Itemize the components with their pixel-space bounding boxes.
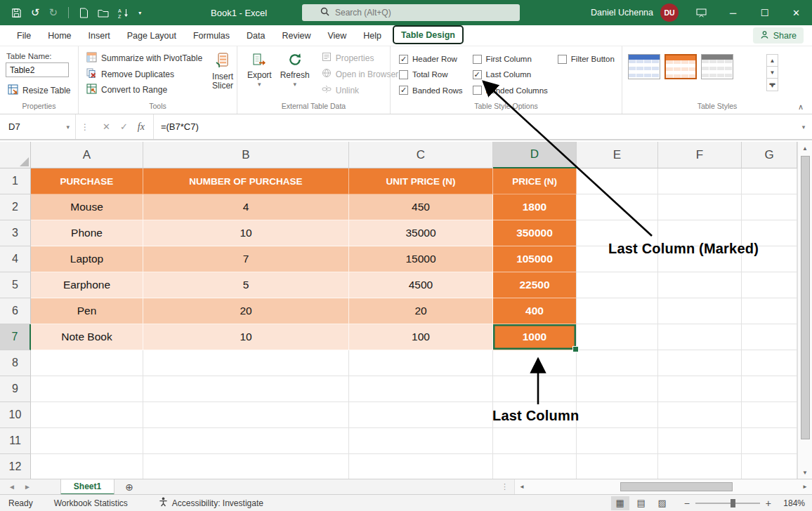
formula-input[interactable]: =(B7*C7) bbox=[154, 114, 795, 139]
cancel-entry-icon[interactable]: ✕ bbox=[103, 121, 110, 132]
checkbox-banded-columns[interactable]: Banded Columns bbox=[473, 86, 548, 95]
cell-G12[interactable] bbox=[742, 454, 797, 479]
cell-A8[interactable] bbox=[31, 350, 143, 376]
tab-file[interactable]: File bbox=[8, 25, 39, 46]
cell-D1[interactable]: PRICE (N) bbox=[493, 168, 577, 194]
cell-G1[interactable] bbox=[742, 168, 797, 194]
cell-B7[interactable]: 10 bbox=[143, 324, 349, 350]
share-button[interactable]: Share bbox=[753, 27, 804, 44]
cell-A10[interactable] bbox=[31, 402, 143, 428]
checkbox-box-banded-rows[interactable]: ✓ bbox=[399, 86, 408, 95]
prev-sheet-icon[interactable]: ◄ bbox=[8, 483, 15, 491]
checkbox-box-total-row[interactable] bbox=[399, 70, 408, 79]
column-header-E[interactable]: E bbox=[577, 142, 658, 168]
cell-D9[interactable] bbox=[493, 376, 577, 402]
export-button[interactable]: Export ▾ bbox=[243, 50, 276, 101]
resize-table-button[interactable]: Resize Table bbox=[6, 84, 72, 98]
cell-G5[interactable] bbox=[742, 272, 797, 298]
cell-F6[interactable] bbox=[658, 298, 742, 324]
cell-D7[interactable]: 1000 bbox=[493, 324, 577, 350]
scroll-right-icon[interactable]: ► bbox=[798, 484, 812, 490]
tab-review[interactable]: Review bbox=[273, 25, 319, 46]
row-header-3[interactable]: 3 bbox=[0, 220, 31, 246]
gallery-down-icon[interactable]: ▼ bbox=[767, 67, 778, 79]
cell-D11[interactable] bbox=[493, 428, 577, 454]
cell-A2[interactable]: Mouse bbox=[31, 194, 143, 220]
save-icon[interactable] bbox=[11, 8, 22, 18]
scroll-down-icon[interactable]: ▼ bbox=[798, 466, 812, 479]
cell-C7[interactable]: 100 bbox=[349, 324, 493, 350]
checkbox-banded-rows[interactable]: ✓Banded Rows bbox=[399, 86, 463, 95]
scroll-left-icon[interactable]: ◄ bbox=[515, 484, 529, 490]
name-box-dropdown-icon[interactable]: ▾ bbox=[66, 124, 70, 131]
cell-D4[interactable]: 105000 bbox=[493, 246, 577, 272]
table-name-input[interactable] bbox=[6, 62, 69, 77]
next-sheet-icon[interactable]: ► bbox=[24, 483, 31, 491]
tab-data[interactable]: Data bbox=[238, 25, 273, 46]
table-style-blue-style[interactable] bbox=[628, 54, 660, 79]
table-style-orange-style[interactable] bbox=[664, 54, 697, 79]
cell-B3[interactable]: 10 bbox=[143, 220, 349, 246]
row-header-1[interactable]: 1 bbox=[0, 168, 31, 194]
tab-formulas[interactable]: Formulas bbox=[185, 25, 238, 46]
checkbox-total-row[interactable]: Total Row bbox=[399, 70, 463, 79]
summarize-pivottable-button[interactable]: Summarize with PivotTable bbox=[84, 51, 204, 65]
checkbox-last-column[interactable]: ✓Last Column bbox=[473, 70, 548, 79]
cell-D6[interactable]: 400 bbox=[493, 298, 577, 324]
cell-E12[interactable] bbox=[577, 454, 658, 479]
cell-E1[interactable] bbox=[577, 168, 658, 194]
cell-F1[interactable] bbox=[658, 168, 742, 194]
cell-C11[interactable] bbox=[349, 428, 493, 454]
cell-B8[interactable] bbox=[143, 350, 349, 376]
new-sheet-button[interactable]: ⊕ bbox=[122, 479, 137, 495]
cell-E11[interactable] bbox=[577, 428, 658, 454]
horizontal-scroll-track[interactable] bbox=[529, 479, 798, 495]
cell-C6[interactable]: 20 bbox=[349, 298, 493, 324]
cell-B10[interactable] bbox=[143, 402, 349, 428]
cell-B12[interactable] bbox=[143, 454, 349, 479]
cell-C1[interactable]: UNIT PRICE (N) bbox=[349, 168, 493, 194]
cell-C5[interactable]: 4500 bbox=[349, 272, 493, 298]
refresh-button[interactable]: Refresh ▾ bbox=[276, 50, 314, 101]
scroll-up-icon[interactable]: ▲ bbox=[798, 142, 812, 154]
cell-F8[interactable] bbox=[658, 350, 742, 376]
cell-A9[interactable] bbox=[31, 376, 143, 402]
gallery-up-icon[interactable]: ▲ bbox=[767, 55, 778, 67]
cell-G9[interactable] bbox=[742, 376, 797, 402]
search-box[interactable] bbox=[302, 4, 520, 21]
cell-C4[interactable]: 15000 bbox=[349, 246, 493, 272]
collapse-ribbon-icon[interactable]: ∧ bbox=[798, 102, 804, 112]
column-header-B[interactable]: B bbox=[143, 142, 349, 168]
confirm-entry-icon[interactable]: ✓ bbox=[120, 121, 128, 132]
checkbox-box-filter-button[interactable] bbox=[558, 55, 567, 64]
cell-C2[interactable]: 450 bbox=[349, 194, 493, 220]
tools-group-label[interactable]: Tools bbox=[79, 101, 237, 114]
zoom-in-icon[interactable]: + bbox=[766, 498, 771, 509]
row-header-9[interactable]: 9 bbox=[0, 376, 31, 402]
row-header-12[interactable]: 12 bbox=[0, 454, 31, 479]
avatar[interactable]: DU bbox=[660, 4, 679, 22]
checkbox-header-row[interactable]: ✓Header Row bbox=[399, 55, 463, 64]
accessibility-status[interactable]: Accessibility: Investigate bbox=[150, 497, 272, 509]
open-folder-icon[interactable] bbox=[98, 8, 109, 18]
vertical-scrollbar[interactable]: ▲ ▼ bbox=[797, 142, 812, 479]
search-input[interactable] bbox=[335, 8, 490, 18]
cell-G10[interactable] bbox=[742, 402, 797, 428]
quick-access-dropdown-icon[interactable]: ▾ bbox=[138, 10, 141, 16]
checkbox-box-first-column[interactable] bbox=[473, 55, 482, 64]
cell-E6[interactable] bbox=[577, 298, 658, 324]
maximize-button[interactable]: ☐ bbox=[749, 0, 780, 25]
workbook-statistics-button[interactable]: Workbook Statistics bbox=[46, 498, 136, 508]
page-break-view-icon[interactable]: ▨ bbox=[653, 496, 672, 510]
cell-A1[interactable]: PURCHASE bbox=[31, 168, 143, 194]
cell-F12[interactable] bbox=[658, 454, 742, 479]
cell-D3[interactable]: 350000 bbox=[493, 220, 577, 246]
cell-B2[interactable]: 4 bbox=[143, 194, 349, 220]
row-header-8[interactable]: 8 bbox=[0, 350, 31, 376]
sheetbar-splitter[interactable]: ⋮ bbox=[495, 482, 514, 491]
select-all-corner[interactable] bbox=[0, 142, 31, 168]
properties-group-label[interactable]: Properties bbox=[0, 101, 78, 114]
cell-C3[interactable]: 35000 bbox=[349, 220, 493, 246]
cell-C8[interactable] bbox=[349, 350, 493, 376]
cell-D12[interactable] bbox=[493, 454, 577, 479]
